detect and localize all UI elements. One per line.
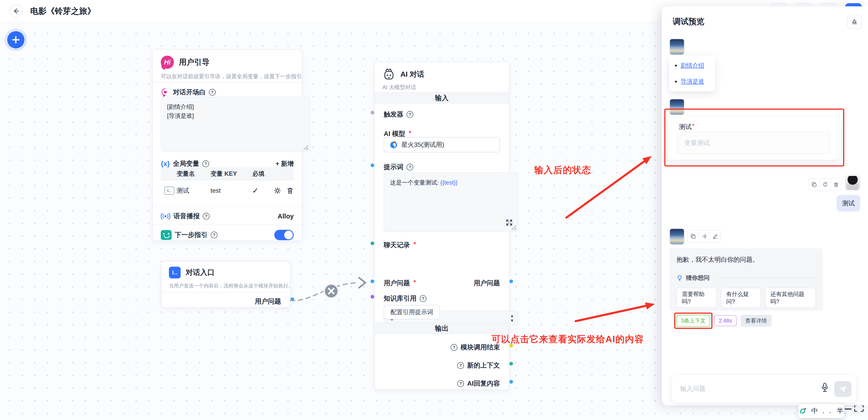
- question-input[interactable]: [680, 375, 807, 402]
- port-history-in[interactable]: [371, 242, 374, 245]
- ime-width[interactable]: 半: [837, 407, 843, 416]
- port-question-out[interactable]: [509, 279, 513, 283]
- response-time-tag[interactable]: 2.48s: [714, 315, 737, 326]
- suggestion-chip[interactable]: 需要帮助吗?: [677, 288, 717, 308]
- stepper-down-icon[interactable]: [510, 319, 514, 322]
- required-mark: *: [413, 279, 416, 286]
- question-in-label: 用户问题: [384, 279, 410, 288]
- fullscreen-icon[interactable]: [854, 404, 864, 412]
- divider: [153, 82, 302, 82]
- variables-table: 变量名 变量 KEY 必填 I.. 测试 test ✓: [161, 168, 294, 201]
- ime-toolbar[interactable]: 中 。， 半: [798, 404, 844, 418]
- page-title: 电影《铃芽之旅》: [30, 6, 95, 17]
- help-icon[interactable]: [420, 295, 427, 302]
- send-button[interactable]: [834, 381, 851, 397]
- context-count-tag[interactable]: 3条上下文: [677, 315, 710, 327]
- user-message-actions: [808, 178, 842, 191]
- node-user-guide[interactable]: Hi 用户引导 可以在对话前设置引导语，设置全局变量，设置下一步指引 对话开场白…: [152, 49, 302, 241]
- hi-bubble-icon: Hi: [161, 56, 174, 69]
- table-header: 变量名 变量 KEY 必填: [161, 168, 294, 180]
- node-ai-chat[interactable]: AI 对话 AI 大模型对话 输入 触发器 AI 模型* 星火35(测试用) 提…: [374, 62, 509, 390]
- help-icon[interactable]: [406, 111, 413, 118]
- annotation-input-state: 输入后的状态: [534, 164, 591, 176]
- retry-icon[interactable]: [819, 179, 831, 190]
- delete-icon[interactable]: [831, 179, 841, 190]
- input-type-icon: I..: [164, 187, 174, 195]
- help-icon[interactable]: [211, 232, 218, 238]
- table-row: I.. 测试 test ✓: [161, 180, 294, 201]
- help-icon[interactable]: [457, 380, 464, 387]
- gear-icon[interactable]: [274, 187, 281, 194]
- copy-icon[interactable]: [688, 231, 699, 242]
- debug-preview-panel: 调试预览 • 剧情介绍 • 导演是谁 测试*: [662, 6, 868, 405]
- var-key: test: [211, 187, 252, 194]
- required-mark: *: [692, 122, 694, 129]
- tts-value[interactable]: Alloy: [278, 213, 294, 220]
- output-label: 新的上下文: [467, 361, 500, 370]
- divider: [718, 278, 816, 278]
- help-icon[interactable]: [209, 89, 216, 96]
- port-prompt-in[interactable]: [371, 163, 374, 167]
- node-chat-entry[interactable]: I.. 对话入口 当用户发送一个内容后，流程将会从这个模块开始执行。 用户问题: [161, 261, 290, 308]
- history-label: 聊天记录: [384, 241, 410, 250]
- help-icon[interactable]: [457, 362, 464, 369]
- help-icon[interactable]: [203, 160, 209, 167]
- read-aloud-icon[interactable]: [699, 231, 710, 242]
- help-icon[interactable]: [451, 344, 457, 351]
- add-node-button[interactable]: [7, 31, 24, 49]
- broom-icon: [851, 18, 858, 25]
- var-name: 测试: [177, 186, 211, 195]
- clear-chat-button[interactable]: [847, 14, 862, 29]
- welcome-link[interactable]: 剧情介绍: [681, 62, 704, 69]
- port-ai-reply-out[interactable]: [509, 380, 513, 384]
- port-kb-in[interactable]: [371, 295, 374, 299]
- divider: [162, 293, 290, 293]
- welcome-link[interactable]: 导演是谁: [681, 78, 704, 86]
- port-trigger-in[interactable]: [371, 111, 374, 115]
- suggestion-chip[interactable]: 还有其他问题吗?: [765, 288, 816, 308]
- help-icon[interactable]: [406, 164, 413, 171]
- prompt-textarea[interactable]: 这是一个变量测试: {{test}}: [384, 173, 518, 232]
- user-avatar: [845, 175, 860, 191]
- bot-avatar: [669, 99, 685, 115]
- col-required: 必填: [252, 170, 274, 178]
- next-guide-toggle[interactable]: [274, 230, 294, 240]
- kb-config-button[interactable]: 配置引用提示词: [384, 305, 440, 319]
- kb-label: 知识库引用: [384, 294, 416, 303]
- add-variable-button[interactable]: + 新增: [276, 159, 294, 168]
- node-desc: 当用户发送一个内容后，流程将会从这个模块开始执行。: [169, 282, 293, 289]
- arrow-left-icon: [13, 8, 20, 14]
- port-question-in[interactable]: [371, 279, 374, 283]
- zoom-out-icon[interactable]: [845, 409, 851, 410]
- port-new-context-out[interactable]: [509, 362, 513, 365]
- edit-icon[interactable]: [710, 231, 720, 242]
- plus-icon: [11, 35, 20, 44]
- input-section-header: 输入: [375, 92, 509, 104]
- variable-form-card: 测试*: [668, 116, 841, 160]
- suggestion-chip[interactable]: 有什么疑问?: [721, 288, 761, 308]
- divider: [153, 224, 302, 225]
- model-select[interactable]: 星火35(测试用): [384, 137, 500, 152]
- port-user-question-out[interactable]: [290, 297, 294, 301]
- welcome-message-bubble: • 剧情介绍 • 导演是谁: [669, 56, 715, 91]
- annotation-click-hint: 可以点击它来查看实际发给AI的内容: [492, 333, 644, 346]
- view-detail-tag[interactable]: 查看详情: [741, 315, 771, 327]
- variables-label: 全局变量: [173, 159, 199, 168]
- copy-icon[interactable]: [809, 179, 819, 190]
- expand-icon[interactable]: [505, 219, 513, 227]
- ime-punct[interactable]: 。，: [822, 407, 832, 415]
- guess-label: 猜你想问: [686, 274, 710, 282]
- stepper-up-icon[interactable]: [510, 314, 514, 318]
- help-icon[interactable]: [203, 213, 210, 220]
- entry-node-icon: I..: [169, 267, 181, 278]
- back-button[interactable]: [9, 4, 23, 18]
- robot-icon: [382, 68, 396, 81]
- required-check: ✓: [252, 186, 274, 195]
- ime-mode[interactable]: 中: [811, 407, 818, 416]
- mic-icon[interactable]: [820, 383, 829, 393]
- col-name: 变量名: [177, 170, 211, 178]
- trash-icon[interactable]: [286, 187, 294, 194]
- variable-test-input[interactable]: [677, 132, 830, 154]
- opening-textarea[interactable]: [剧情介绍] [导演是谁]: [161, 97, 310, 152]
- form-label: 测试*: [679, 123, 694, 131]
